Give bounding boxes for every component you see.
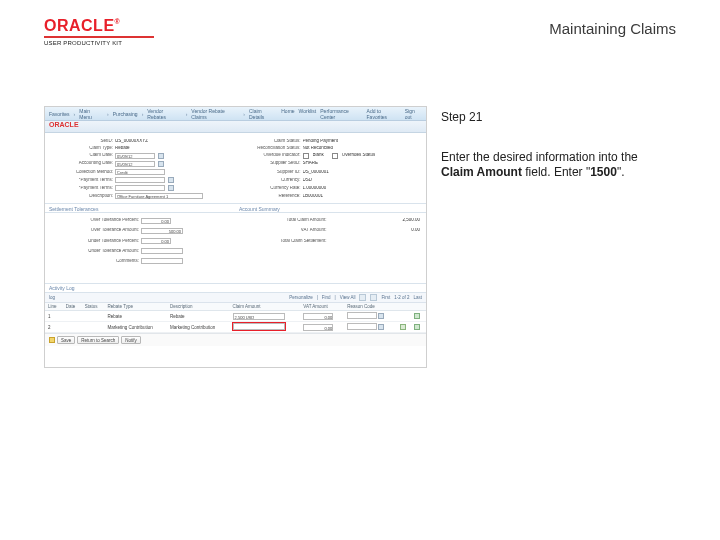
form-row: Claim Status:Pending Payment	[239, 138, 421, 144]
activity-table: LineDateStatusRebate TypeDescriptionClai…	[45, 303, 426, 333]
form-row: Accounting Date:05/09/12	[51, 160, 233, 167]
crumb[interactable]: Main Menu	[79, 108, 103, 120]
cell: Marketing Contribution	[105, 322, 168, 333]
top-link[interactable]: Home	[281, 108, 294, 120]
column-header	[397, 303, 412, 311]
text-input[interactable]	[141, 258, 183, 264]
top-link[interactable]: Worklist	[299, 108, 317, 120]
reason-input[interactable]	[347, 312, 377, 319]
checkbox[interactable]	[332, 153, 338, 159]
field-label: Under Tolerance Percent:	[51, 239, 139, 244]
reason-input[interactable]	[347, 323, 377, 330]
form-row: Under Tolerance Percent:0.00	[51, 236, 233, 245]
checkbox[interactable]	[303, 153, 309, 159]
field-label: Claim Date:	[51, 153, 113, 158]
form-row: Description:Office Furniture Agreement 1	[51, 193, 233, 200]
field-label: SetID:	[51, 139, 113, 144]
column-header: Description	[167, 303, 230, 311]
cell: 1	[45, 311, 63, 322]
text-input[interactable]: 05/09/12	[115, 153, 155, 159]
cell	[82, 322, 105, 333]
viewall-link[interactable]: View All	[340, 295, 356, 300]
field-label: Comments:	[51, 259, 139, 264]
text-input[interactable]: 0.00	[141, 238, 171, 244]
cell	[63, 322, 82, 333]
form-row	[239, 257, 421, 266]
form-row: VAT Amount:0.00	[239, 226, 421, 235]
crumb[interactable]: Vendor Rebate Claims	[191, 108, 239, 120]
save-button[interactable]: Save	[57, 336, 75, 344]
vat-input[interactable]: 0.00	[303, 313, 333, 320]
vat-cell: 0.00	[300, 311, 344, 322]
form-row: Claim Type:Rebate	[51, 145, 233, 151]
text-input[interactable]: 500.00	[141, 228, 183, 234]
vat-cell: 0.00	[300, 322, 344, 333]
first-link[interactable]: First	[381, 295, 390, 300]
top-link[interactable]: Sign out	[405, 108, 422, 120]
form-row: Claim Date:05/09/12	[51, 152, 233, 159]
field-label: Under Tolerance Amount:	[51, 249, 139, 254]
brand-block: ORACLE® USER PRODUCTIVITY KIT	[44, 18, 154, 46]
text-input[interactable]	[141, 248, 183, 254]
lookup-icon[interactable]	[158, 153, 164, 159]
crumb[interactable]: Favorites	[49, 111, 70, 117]
lookup-icon[interactable]	[168, 185, 174, 191]
download-icon[interactable]	[370, 294, 377, 301]
form-row: Total Claim Settlement:	[239, 236, 421, 245]
field-label: Total Claim Settlement:	[239, 239, 327, 244]
cell	[82, 311, 105, 322]
table-row: 2Marketing ContributionMarketing Contrib…	[45, 322, 426, 333]
instruction-text: Enter the desired information into the C…	[441, 150, 672, 180]
grid-icon[interactable]	[359, 294, 366, 301]
field-value: LB000001	[303, 194, 324, 199]
vat-input[interactable]: 0.00	[303, 324, 333, 331]
crumb[interactable]: Claim Details	[249, 108, 277, 120]
personalize-link[interactable]: Personalize	[289, 295, 313, 300]
notify-button[interactable]: Notify	[121, 336, 141, 344]
lookup-icon[interactable]	[378, 313, 384, 319]
claim-amount-input[interactable]	[233, 323, 285, 330]
add-row-icon[interactable]	[414, 313, 420, 319]
text-input[interactable]: Credit	[115, 169, 165, 175]
reason-cell	[344, 322, 396, 333]
field-label: *Payment Terms:	[51, 178, 113, 183]
go-icon[interactable]	[400, 324, 406, 330]
field-value: US_0000001	[303, 170, 329, 175]
crumb[interactable]: Vendor Rebates	[147, 108, 181, 120]
field-label: Over Tolerance Percent:	[51, 218, 139, 223]
form-row: SetID:US_00000XXYZ	[51, 138, 233, 144]
text-input[interactable]	[115, 177, 165, 183]
field-label: Collection Method:	[51, 170, 113, 175]
crumb[interactable]: Purchasing	[113, 111, 138, 117]
text-input[interactable]: Office Furniture Agreement 1	[115, 193, 203, 199]
field-value: US_00000XXYZ	[115, 139, 148, 144]
field-label: Over Tolerance Amount:	[51, 228, 139, 233]
find-link[interactable]: Find	[322, 295, 331, 300]
row-action-cell	[397, 322, 412, 333]
field-label: Currency:	[239, 178, 301, 183]
instruction-panel: Step 21 Enter the desired information in…	[437, 106, 676, 510]
range-text: 1-2 of 2	[394, 295, 409, 300]
top-link[interactable]: Add to Favorites	[367, 108, 401, 120]
form-row: Currency:USD	[239, 177, 421, 184]
field-value: SHARE	[303, 161, 319, 166]
text-input[interactable]: 0.00	[141, 218, 171, 224]
lookup-icon[interactable]	[158, 161, 164, 167]
return-button[interactable]: Return to Search	[77, 336, 119, 344]
lookup-icon[interactable]	[378, 324, 384, 330]
row-add-cell	[411, 311, 426, 322]
lookup-icon[interactable]	[168, 177, 174, 183]
form-row: Over Tolerance Percent:0.00	[51, 216, 233, 225]
field-label: Description:	[51, 194, 113, 199]
top-link[interactable]: Performance Center	[320, 108, 362, 120]
claim-amount-input[interactable]: 2,500 USD	[233, 313, 285, 320]
form-row: *Payment Terms:	[51, 185, 233, 192]
text-input[interactable]: 05/09/12	[115, 161, 155, 167]
activity-log: Activity Log log Personalize| Find| View…	[45, 283, 426, 367]
add-row-icon[interactable]	[414, 324, 420, 330]
text-input[interactable]	[115, 185, 165, 191]
section-settlement-tolerances: Settlement Tolerances	[45, 203, 235, 213]
tolerance-summary-form: Over Tolerance Percent:0.00Total Claim A…	[45, 213, 426, 269]
field-label: Currency Rate:	[239, 186, 301, 191]
last-link[interactable]: Last	[413, 295, 422, 300]
